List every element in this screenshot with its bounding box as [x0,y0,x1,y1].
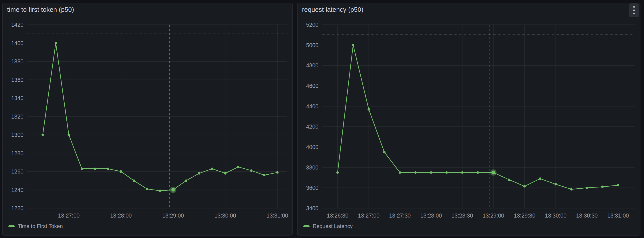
data-point [133,179,135,182]
data-point [336,171,339,174]
data-point [524,185,526,187]
panel-request-latency: request latency (p50) 340036003800400042… [297,3,640,235]
data-point [368,108,370,110]
y-tick-label: 1220 [11,205,24,211]
request-latency-line-chart[interactable]: 3400360038004000420044004600480050005200… [298,3,641,236]
panel-title[interactable]: time to first token (p50) [7,6,74,14]
data-point [601,185,604,188]
data-point [42,134,44,136]
data-point [55,42,57,44]
data-point [508,178,510,181]
kebab-menu-icon [632,5,636,15]
data-point [120,170,122,173]
x-tick-label: 13:28:00 [110,212,132,219]
data-point [276,171,278,174]
y-tick-label: 1280 [11,150,24,156]
data-point [94,168,96,170]
data-point [570,188,572,191]
data-point [159,189,161,192]
data-point [211,168,214,170]
data-point [586,187,588,189]
y-tick-label: 1340 [11,95,24,101]
y-tick-label: 5200 [306,22,318,28]
series-points[interactable] [336,44,619,191]
data-point [383,151,386,153]
legend-item[interactable]: Time to First Token [8,223,63,229]
legend-label[interactable]: Time to First Token [18,223,63,229]
y-tick-label: 4400 [306,103,318,109]
y-tick-label: 1400 [11,40,24,46]
x-tick-label: 13:28:00 [420,212,442,219]
data-point [263,174,266,176]
y-tick-label: 1380 [11,58,24,64]
series-swatch-icon [303,225,310,227]
x-tick-label: 13:30:00 [545,212,566,219]
data-point [446,171,448,174]
x-tick-label: 13:28:30 [452,212,473,219]
x-tick-label: 13:27:00 [358,212,380,219]
highlighted-data-point [172,188,175,191]
data-point [237,166,240,168]
data-point [461,171,464,174]
y-axis: 1220124012601280130013201340136013801400… [11,22,287,211]
data-point [414,171,416,174]
y-tick-label: 3400 [306,205,318,211]
data-point [539,178,542,180]
highlighted-data-point [492,171,495,174]
data-point [352,44,354,46]
y-tick-label: 4600 [306,83,318,89]
x-tick-label: 13:31:00 [266,212,288,219]
data-point [554,183,557,185]
panel-title[interactable]: request latency (p50) [302,6,364,14]
data-point [430,171,432,174]
x-tick-label: 13:29:00 [162,212,184,219]
ttft-line-chart[interactable]: 1220124012601280130013201340136013801400… [3,3,293,236]
y-tick-label: 1320 [11,113,24,120]
y-tick-label: 1360 [11,77,24,83]
data-point [80,168,83,170]
series-swatch-icon [8,225,15,227]
y-axis: 3400360038004000420044004600480050005200 [306,22,635,211]
x-tick-label: 13:27:00 [58,212,80,219]
dashboard-canvas: time to first token (p50) 12201240126012… [0,0,644,238]
data-point [106,168,109,170]
data-point [198,172,200,175]
series-line [338,45,618,189]
data-point [250,169,252,172]
data-point [398,171,401,174]
x-tick-label: 13:26:30 [327,212,348,219]
data-point [224,172,226,175]
y-tick-label: 5000 [306,42,318,48]
y-tick-label: 3800 [306,164,318,171]
y-tick-label: 3600 [306,185,318,191]
legend-label[interactable]: Request Latency [313,223,353,229]
y-tick-label: 1420 [11,22,24,28]
series-points[interactable] [42,42,279,192]
x-axis: 13:26:3013:27:0013:27:3013:28:0013:28:30… [327,25,629,219]
data-point [617,184,619,186]
legend-item[interactable]: Request Latency [303,223,353,229]
y-tick-label: 1300 [11,132,24,138]
panel-time-to-first-token: time to first token (p50) 12201240126012… [2,3,293,235]
panel-menu-button[interactable] [629,3,639,17]
x-tick-label: 13:31:00 [607,212,629,219]
y-tick-label: 4000 [306,144,318,150]
y-tick-label: 4200 [306,124,318,130]
x-tick-label: 13:29:00 [482,212,504,219]
y-tick-label: 1240 [11,187,24,193]
x-tick-label: 13:30:30 [576,212,598,219]
series-line [43,43,277,191]
x-tick-label: 13:29:30 [514,212,535,219]
data-point [185,179,188,182]
data-point [68,134,70,136]
x-tick-label: 13:30:00 [214,212,236,219]
data-point [476,171,479,174]
data-point [146,188,148,190]
y-tick-label: 1260 [11,168,24,175]
x-tick-label: 13:27:30 [389,212,410,219]
y-tick-label: 4800 [306,62,318,68]
